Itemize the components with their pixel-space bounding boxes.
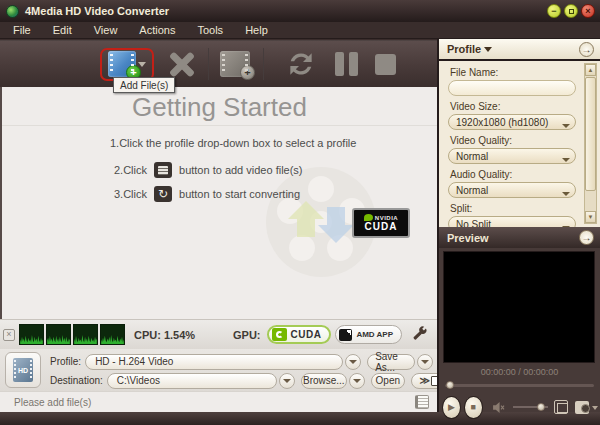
audio-quality-select[interactable]: Normal	[448, 182, 576, 198]
nvidia-logo-icon	[364, 214, 373, 221]
hd-film-icon: HD	[13, 358, 33, 382]
step-2-text: 2.Click button to add video file(s)	[114, 162, 303, 178]
open-button[interactable]: Open	[371, 373, 405, 389]
profile-scrollbar[interactable]: ▲ ▼	[584, 63, 597, 224]
save-as-dropdown-button[interactable]	[417, 354, 433, 370]
audio-quality-label: Audio Quality:	[450, 169, 578, 180]
volume-thumb[interactable]	[537, 403, 545, 411]
preview-panel-body: 00:00:00 / 00:00:00 ▶ ■	[437, 248, 600, 412]
perf-close-button[interactable]: ×	[3, 329, 15, 341]
transfer-chevrons-icon: ≫	[420, 375, 429, 386]
toolbar-separator	[208, 48, 209, 80]
volume-icon[interactable]	[492, 401, 505, 414]
scroll-down-button[interactable]: ▼	[585, 211, 596, 223]
getting-started-panel: Getting Started 1.Click the profile drop…	[0, 87, 437, 319]
status-message: Please add file(s)	[14, 397, 91, 408]
file-name-input[interactable]	[448, 80, 576, 96]
cuda-gpu-button[interactable]: CUDA	[267, 325, 332, 344]
file-name-label: File Name:	[450, 67, 578, 78]
cpu-usage-label: CPU: 1.54%	[134, 329, 195, 341]
app-window: 4Media HD Video Converter − × File Edit …	[0, 0, 600, 425]
maximize-icon	[569, 9, 574, 14]
profile-panel-title: Profile	[447, 43, 481, 55]
performance-bar: × CPU: 1.54% GPU: CUDA AMD APP	[0, 319, 437, 349]
time-display: 00:00:00 / 00:00:00	[439, 367, 600, 377]
convert-refresh-icon	[285, 48, 317, 80]
volume-slider[interactable]	[513, 406, 548, 408]
add-file-icon: +	[108, 51, 136, 77]
close-button[interactable]: ×	[581, 4, 595, 18]
stop-button[interactable]	[375, 54, 396, 75]
browse-button[interactable]: Browse...	[301, 373, 347, 389]
seek-slider[interactable]	[445, 384, 594, 387]
video-size-label: Video Size:	[450, 101, 578, 112]
snapshot-dropdown-icon[interactable]	[592, 406, 598, 413]
profile-panel-header[interactable]: Profile →	[437, 39, 600, 61]
collapse-caret-icon	[484, 47, 492, 56]
snapshot-button[interactable]	[575, 401, 589, 414]
gpu-settings-button[interactable]	[411, 326, 428, 343]
convert-button[interactable]	[285, 48, 317, 80]
menu-edit[interactable]: Edit	[42, 24, 83, 36]
profile-dropdown-button[interactable]	[345, 354, 361, 370]
preview-stop-button[interactable]: ■	[464, 396, 483, 419]
nvidia-cuda-badge: NVIDIA CUDA	[352, 208, 410, 238]
window-title: 4Media HD Video Converter	[25, 5, 169, 17]
maximize-button[interactable]	[564, 4, 578, 18]
add-file-mini-icon	[154, 162, 172, 178]
gpu-label: GPU:	[233, 329, 261, 341]
menu-view[interactable]: View	[83, 24, 129, 36]
profile-next-button[interactable]: →	[579, 42, 594, 57]
browse-dropdown-button[interactable]	[349, 373, 365, 389]
menu-actions[interactable]: Actions	[128, 24, 186, 36]
getting-started-title: Getting Started	[2, 92, 437, 123]
add-title-button[interactable]: +	[220, 51, 252, 78]
amd-app-button[interactable]: AMD APP	[335, 325, 402, 344]
convert-mini-icon: ↻	[154, 186, 172, 202]
app-icon	[6, 5, 19, 18]
seek-thumb[interactable]	[446, 381, 454, 389]
delete-button[interactable]	[167, 49, 197, 79]
destination-label: Destination:	[50, 375, 103, 386]
step-3-text: 3.Click ↻ button to start converting	[114, 186, 300, 202]
step-1-text: 1.Click the profile drop-down box to sel…	[110, 137, 356, 149]
divider	[2, 125, 437, 126]
video-preview-area	[443, 251, 595, 363]
amd-logo-icon	[339, 329, 352, 341]
destination-dropdown-button[interactable]	[279, 373, 295, 389]
destination-select[interactable]: C:\Videos	[107, 373, 277, 389]
video-size-select[interactable]: 1920x1080 (hd1080)	[448, 114, 576, 130]
toolbar: + +	[0, 40, 437, 87]
preview-panel-title: Preview	[447, 232, 489, 244]
log-icon[interactable]	[415, 395, 429, 409]
menu-help[interactable]: Help	[234, 24, 279, 36]
nvidia-logo-icon	[272, 328, 287, 341]
pause-button[interactable]	[335, 52, 358, 76]
menu-file[interactable]: File	[2, 24, 42, 36]
output-settings: HD Profile: HD - H.264 Video Save As... …	[0, 349, 437, 391]
play-button[interactable]: ▶	[442, 396, 461, 419]
status-bar: Please add file(s)	[0, 391, 437, 412]
profile-label: Profile:	[50, 356, 81, 367]
add-file-button[interactable]: +	[100, 48, 154, 81]
scrollbar-thumb[interactable]	[585, 77, 596, 191]
toolbar-separator	[263, 48, 264, 80]
scroll-up-button[interactable]: ▲	[585, 64, 596, 76]
profile-preset-button[interactable]: HD	[5, 352, 41, 388]
right-panel: Profile → File Name: Video Size: 1920x10…	[437, 39, 600, 412]
frame-capture-button[interactable]	[554, 400, 568, 414]
plus-icon: +	[240, 65, 255, 80]
cpu-usage-graphs	[19, 324, 125, 345]
minimize-button[interactable]: −	[547, 4, 561, 18]
profile-panel-body: File Name: Video Size: 1920x1080 (hd1080…	[437, 61, 600, 227]
save-as-button[interactable]: Save As...	[367, 354, 415, 370]
video-quality-select[interactable]: Normal	[448, 148, 576, 164]
profile-select[interactable]: HD - H.264 Video	[85, 354, 343, 370]
split-label: Split:	[450, 203, 578, 214]
preview-next-button[interactable]: →	[579, 230, 594, 245]
menu-tools[interactable]: Tools	[186, 24, 234, 36]
preview-panel-header: Preview →	[437, 227, 600, 248]
wrench-icon	[411, 326, 428, 343]
video-quality-label: Video Quality:	[450, 135, 578, 146]
title-bar: 4Media HD Video Converter − ×	[0, 0, 600, 22]
